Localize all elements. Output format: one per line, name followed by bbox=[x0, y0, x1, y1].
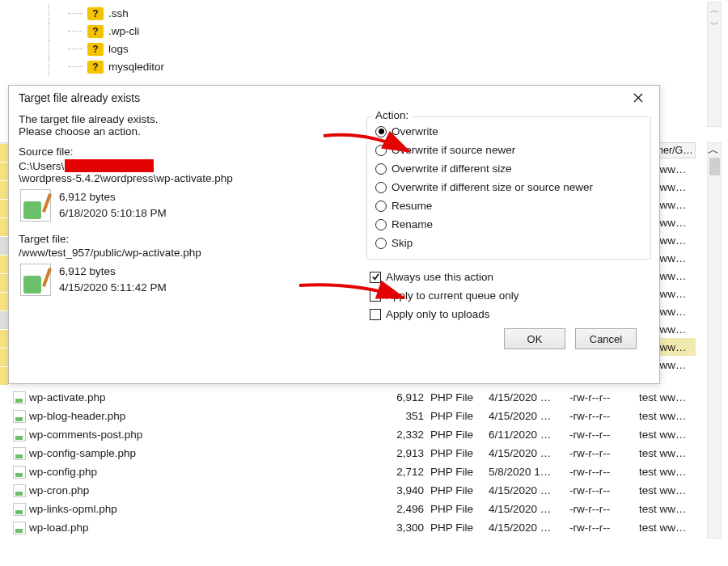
file-owner: test ww… bbox=[639, 522, 696, 534]
file-name: wp-blog-header.php bbox=[29, 410, 125, 422]
checkbox-icon[interactable] bbox=[370, 309, 381, 320]
source-file-label: Source file: bbox=[19, 146, 366, 158]
cancel-button[interactable]: Cancel bbox=[575, 328, 637, 349]
radio-label: Overwrite if source newer bbox=[392, 144, 515, 156]
file-size: 3,940 bbox=[382, 484, 430, 496]
table-row[interactable]: wp-load.php3,300PHP File4/15/2020 …-rw-r… bbox=[8, 518, 696, 537]
file-permissions: -rw-r--r-- bbox=[569, 484, 639, 496]
file-size: 351 bbox=[382, 410, 430, 422]
radio-option-rename[interactable]: Rename bbox=[375, 215, 642, 234]
radio-icon[interactable] bbox=[375, 163, 387, 175]
scroll-thumb[interactable] bbox=[709, 158, 720, 175]
radio-option-overwrite-if-different-size-or-source-newer[interactable]: Overwrite if different size or source ne… bbox=[375, 178, 642, 196]
file-type: PHP File bbox=[430, 522, 489, 534]
radio-label: Rename bbox=[392, 218, 433, 230]
table-row[interactable]: wp-activate.php6,912PHP File4/15/2020 …-… bbox=[8, 388, 696, 407]
table-row[interactable]: wp-config.php2,712PHP File5/8/2020 1…-rw… bbox=[8, 463, 696, 481]
file-size: 3,300 bbox=[382, 522, 430, 534]
checkbox-label: Apply to current queue only bbox=[386, 289, 518, 302]
file-size: 2,332 bbox=[382, 429, 430, 441]
file-type: PHP File bbox=[430, 503, 489, 515]
ok-button[interactable]: OK bbox=[504, 328, 565, 349]
file-date: 4/15/2020 … bbox=[489, 522, 569, 534]
radio-option-overwrite-if-different-size[interactable]: Overwrite if different size bbox=[375, 159, 642, 178]
file-permissions: -rw-r--r-- bbox=[569, 503, 639, 515]
tree-item[interactable]: ?mysqleditor bbox=[49, 58, 164, 76]
table-row[interactable]: wp-config-sample.php2,913PHP File4/15/20… bbox=[8, 444, 696, 463]
file-date: 4/15/2020 … bbox=[489, 447, 569, 459]
tree-item-label: .ssh bbox=[108, 5, 129, 23]
file-type: PHP File bbox=[430, 466, 489, 478]
radio-option-resume[interactable]: Resume bbox=[375, 196, 642, 215]
checkbox-label: Apply only to uploads bbox=[386, 308, 489, 320]
close-button[interactable] bbox=[624, 87, 653, 109]
php-file-icon bbox=[13, 522, 26, 534]
folder-tree: ?.ssh?.wp-cli?logs?mysqleditor bbox=[49, 5, 164, 76]
file-icon bbox=[20, 264, 51, 296]
file-exists-dialog: Target file already exists The target fi… bbox=[8, 85, 660, 384]
checkbox-icon[interactable] bbox=[370, 272, 381, 283]
file-name: wp-links-opml.php bbox=[29, 503, 117, 515]
file-permissions: -rw-r--r-- bbox=[569, 447, 639, 459]
file-owner: test ww… bbox=[639, 503, 696, 515]
scroll-up-icon[interactable]: ︿ bbox=[708, 2, 721, 17]
question-icon: ? bbox=[87, 7, 104, 20]
file-type: PHP File bbox=[430, 484, 489, 496]
checkbox-apply-to-current-queue-only[interactable]: Apply to current queue only bbox=[370, 286, 651, 305]
file-type: PHP File bbox=[430, 410, 489, 422]
target-file-size: 6,912 bytes bbox=[59, 264, 167, 280]
php-file-icon bbox=[13, 484, 26, 497]
radio-label: Overwrite if different size or source ne… bbox=[392, 181, 593, 193]
radio-icon[interactable] bbox=[375, 126, 387, 137]
list-scrollbar[interactable]: ︿ bbox=[707, 142, 722, 539]
scroll-down-icon[interactable]: ﹀ bbox=[708, 17, 721, 32]
radio-icon[interactable] bbox=[375, 219, 387, 230]
checkbox-always-use-this-action[interactable]: Always use this action bbox=[370, 268, 651, 286]
file-date: 4/15/2020 … bbox=[489, 391, 569, 403]
file-name: wp-comments-post.php bbox=[29, 429, 142, 441]
php-file-icon bbox=[13, 503, 26, 516]
radio-label: Overwrite bbox=[392, 125, 438, 137]
radio-option-skip[interactable]: Skip bbox=[375, 234, 642, 252]
radio-icon[interactable] bbox=[375, 238, 387, 249]
checkbox-apply-only-to-uploads[interactable]: Apply only to uploads bbox=[370, 305, 651, 323]
source-file-size: 6,912 bytes bbox=[59, 189, 167, 205]
question-icon: ? bbox=[87, 25, 104, 38]
file-size: 2,496 bbox=[382, 503, 430, 515]
file-date: 4/15/2020 … bbox=[489, 484, 569, 496]
file-icon bbox=[20, 189, 51, 222]
question-icon: ? bbox=[87, 61, 104, 74]
scroll-up-icon[interactable]: ︿ bbox=[708, 143, 721, 158]
target-file-date: 4/15/2020 5:11:42 PM bbox=[59, 280, 167, 296]
file-list[interactable]: wp-activate.php6,912PHP File4/15/2020 …-… bbox=[8, 388, 696, 537]
file-owner: test ww… bbox=[639, 466, 696, 478]
radio-option-overwrite-if-source-newer[interactable]: Overwrite if source newer bbox=[375, 141, 642, 159]
checkbox-icon[interactable] bbox=[370, 290, 381, 302]
table-row[interactable]: wp-blog-header.php351PHP File4/15/2020 …… bbox=[8, 407, 696, 425]
table-row[interactable]: wp-links-opml.php2,496PHP File4/15/2020 … bbox=[8, 500, 696, 518]
file-permissions: -rw-r--r-- bbox=[569, 410, 639, 422]
file-date: 4/15/2020 … bbox=[489, 410, 569, 422]
table-row[interactable]: wp-comments-post.php2,332PHP File6/11/20… bbox=[8, 425, 696, 444]
radio-icon[interactable] bbox=[375, 201, 387, 212]
tree-item[interactable]: ?logs bbox=[49, 40, 164, 58]
file-type: PHP File bbox=[430, 429, 489, 441]
file-permissions: -rw-r--r-- bbox=[569, 429, 639, 441]
tree-scrollbar[interactable]: ︿ ﹀ bbox=[707, 2, 722, 127]
radio-icon[interactable] bbox=[375, 145, 387, 156]
file-size: 6,912 bbox=[382, 391, 430, 403]
table-row[interactable]: wp-cron.php3,940PHP File4/15/2020 …-rw-r… bbox=[8, 481, 696, 500]
file-permissions: -rw-r--r-- bbox=[569, 391, 639, 403]
target-file-label: Target file: bbox=[19, 233, 366, 245]
source-path-suffix: \wordpress-5.4.2\wordpress\wp-activate.p… bbox=[19, 172, 233, 184]
left-row-strip bbox=[0, 144, 8, 386]
php-file-icon bbox=[13, 429, 26, 441]
file-size: 2,712 bbox=[382, 466, 430, 478]
radio-label: Overwrite if different size bbox=[392, 163, 511, 175]
tree-item[interactable]: ?.ssh bbox=[49, 5, 164, 23]
php-file-icon bbox=[13, 447, 26, 460]
close-icon bbox=[633, 93, 643, 103]
radio-icon[interactable] bbox=[375, 182, 387, 193]
radio-option-overwrite[interactable]: Overwrite bbox=[375, 122, 642, 141]
tree-item[interactable]: ?.wp-cli bbox=[49, 23, 164, 40]
